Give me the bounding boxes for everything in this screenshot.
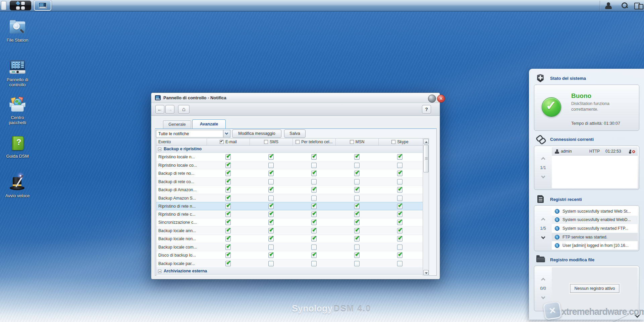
notification-checkbox[interactable] — [225, 253, 231, 258]
notification-checkbox[interactable] — [268, 196, 274, 201]
notification-checkbox[interactable] — [225, 154, 231, 160]
desktop-icon-package-center[interactable]: Centro pacchetti — [1, 97, 34, 125]
table-row[interactable]: Sincronizzazione c... — [156, 218, 423, 227]
notification-checkbox[interactable] — [268, 163, 274, 168]
help-button[interactable]: ? — [422, 105, 431, 114]
table-row[interactable]: Ripristino di rete c... — [156, 210, 423, 219]
notification-checkbox[interactable] — [354, 163, 360, 168]
notification-checkbox[interactable] — [354, 236, 360, 241]
notification-checkbox[interactable] — [311, 220, 317, 225]
notification-checkbox[interactable] — [354, 171, 360, 176]
column-header-sms[interactable]: SMS — [250, 139, 292, 145]
tab-generale[interactable]: Generale — [163, 120, 191, 128]
table-row[interactable]: Ripristino di rete n... — [156, 202, 423, 210]
tab-avanzate[interactable]: Avanzate — [192, 119, 226, 128]
vertical-scrollbar[interactable] — [423, 139, 429, 276]
notification-checkbox[interactable] — [225, 171, 231, 176]
notification-checkbox[interactable] — [397, 212, 402, 217]
notification-checkbox[interactable] — [354, 220, 360, 225]
pager-up-icon[interactable] — [541, 278, 545, 282]
desktop-icon-control-panel[interactable]: Pannello di controllo — [1, 59, 34, 87]
notification-checkbox[interactable] — [268, 253, 274, 258]
notification-checkbox[interactable] — [268, 204, 274, 209]
log-row[interactable]: iSystem successfully enabled WebD... — [552, 216, 638, 224]
notification-checkbox[interactable] — [311, 154, 317, 160]
column-header-evento[interactable]: Evento — [156, 139, 207, 145]
notification-checkbox[interactable] — [311, 204, 317, 209]
notification-checkbox[interactable] — [354, 154, 360, 160]
scrollbar-thumb[interactable] — [423, 145, 429, 172]
scroll-up-button[interactable] — [423, 139, 429, 144]
notification-checkbox[interactable] — [268, 261, 274, 266]
table-row[interactable]: Backup di rete co... — [156, 178, 423, 186]
table-row[interactable]: Ripristino locale co... — [156, 161, 423, 170]
notification-checkbox[interactable] — [397, 171, 402, 176]
notification-checkbox[interactable] — [225, 261, 231, 266]
notification-checkbox[interactable] — [397, 163, 402, 168]
notification-checkbox[interactable] — [397, 236, 402, 241]
notification-checkbox[interactable] — [311, 253, 317, 258]
pager-down-icon[interactable] — [541, 295, 545, 299]
notification-checkbox[interactable] — [268, 212, 274, 217]
notification-checkbox[interactable] — [311, 187, 317, 193]
forward-button[interactable]: → — [165, 105, 174, 114]
column-header-e-mail[interactable]: E-mail — [207, 139, 250, 145]
notification-checkbox[interactable] — [311, 196, 317, 201]
log-row[interactable]: iFTP service was started. — [552, 233, 638, 241]
notification-checkbox[interactable] — [268, 187, 274, 193]
notification-checkbox[interactable] — [225, 228, 231, 233]
table-row[interactable]: Backup locale par... — [156, 260, 423, 268]
notification-filter-dropdown[interactable]: Tutte le notifiche — [156, 130, 230, 138]
notification-checkbox[interactable] — [225, 212, 231, 217]
main-menu-button[interactable] — [10, 1, 31, 10]
notification-checkbox[interactable] — [225, 204, 231, 209]
notification-checkbox[interactable] — [311, 171, 317, 176]
notification-checkbox[interactable] — [354, 228, 360, 233]
notification-checkbox[interactable] — [268, 179, 274, 184]
notification-checkbox[interactable] — [397, 253, 402, 258]
edit-message-button[interactable]: Modifica messaggio — [232, 129, 281, 138]
table-row[interactable]: Backup di rete no... — [156, 169, 423, 178]
table-row[interactable]: Backup Amazon S... — [156, 194, 423, 203]
notification-checkbox[interactable] — [225, 196, 231, 201]
notification-checkbox[interactable] — [354, 179, 360, 184]
pager-up-icon[interactable] — [541, 218, 545, 222]
column-header-skype[interactable]: Skype — [378, 139, 421, 145]
notification-checkbox[interactable] — [397, 187, 402, 193]
pager-down-icon[interactable] — [541, 235, 545, 239]
show-desktop-button[interactable] — [1, 1, 6, 10]
pager-down-icon[interactable] — [541, 174, 545, 178]
notification-checkbox[interactable] — [268, 154, 274, 160]
notification-checkbox[interactable] — [225, 187, 231, 193]
notification-checkbox[interactable] — [397, 196, 402, 201]
back-button[interactable]: ← — [155, 105, 164, 114]
column-checkbox[interactable] — [220, 140, 224, 144]
notification-checkbox[interactable] — [225, 236, 231, 241]
column-checkbox[interactable] — [264, 140, 268, 144]
desktop-icon-dsm-help[interactable]: ? Guida DSM — [1, 136, 34, 159]
column-checkbox[interactable] — [391, 140, 395, 144]
notification-checkbox[interactable] — [225, 163, 231, 168]
notification-checkbox[interactable] — [268, 171, 274, 176]
pager-up-icon[interactable] — [541, 157, 545, 161]
notification-checkbox[interactable] — [354, 204, 360, 209]
notification-checkbox[interactable] — [268, 236, 274, 241]
collapse-group-icon[interactable] — [158, 148, 161, 151]
log-row[interactable]: iSystem successfully restarted FTP... — [552, 224, 638, 233]
table-row[interactable]: Backup di Amazon... — [156, 186, 423, 194]
notification-checkbox[interactable] — [354, 196, 360, 201]
column-header-msn[interactable]: MSN — [335, 139, 378, 145]
window-titlebar[interactable]: Pannello di controllo - Notifica × — [151, 93, 440, 103]
table-row[interactable]: Disco di backup lo... — [156, 251, 423, 260]
column-header-per-telefono-cel-[interactable]: Per telefono cel... — [292, 139, 335, 145]
search-icon[interactable] — [620, 2, 629, 10]
home-button[interactable]: ⌂ — [178, 105, 190, 114]
notification-checkbox[interactable] — [354, 253, 360, 258]
notification-checkbox[interactable] — [268, 220, 274, 225]
dropdown-button[interactable] — [223, 130, 230, 137]
disconnect-user-icon[interactable] — [630, 149, 635, 154]
desktop-icon-quick-start[interactable]: Avvio veloce — [1, 175, 34, 198]
table-row[interactable]: Backup locale com... — [156, 243, 423, 252]
table-row[interactable]: Backup locale ann... — [156, 227, 423, 235]
notification-checkbox[interactable] — [397, 228, 402, 233]
